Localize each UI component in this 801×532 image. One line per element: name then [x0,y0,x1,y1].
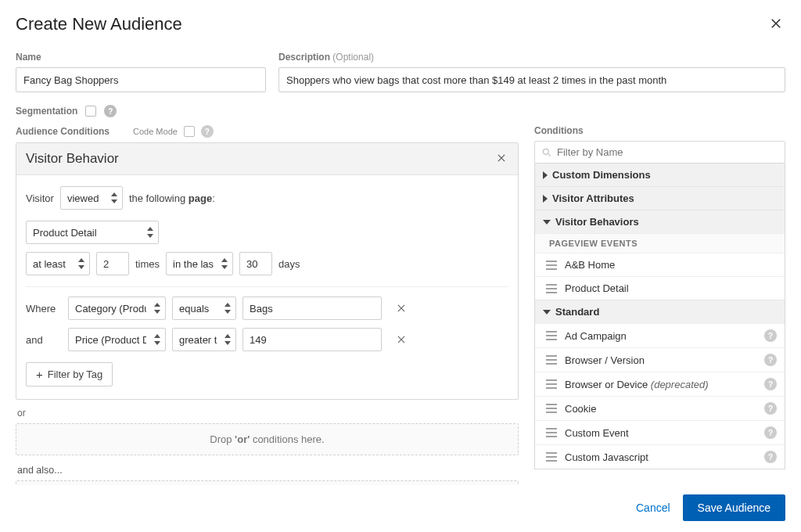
drop-or-zone[interactable]: Drop 'or' conditions here. [16,423,519,455]
modal-title: Create New Audience [16,14,182,34]
plus-icon: + [36,368,43,381]
frequency-op-select[interactable]: at least [26,252,90,275]
cond-item-ad-campaign[interactable]: Ad Campaign ? [535,323,785,347]
remove-filter-icon[interactable] [396,303,407,314]
group-standard[interactable]: Standard [535,300,785,323]
filter-op-select-1[interactable]: greater than [172,328,236,351]
help-icon[interactable]: ? [764,426,777,439]
search-icon [541,147,552,158]
filter-by-tag-button[interactable]: + Filter by Tag [26,362,113,386]
name-input[interactable] [16,67,266,92]
save-audience-button[interactable]: Save Audience [683,494,785,521]
cond-item-custom-event[interactable]: Custom Event ? [535,420,785,444]
cond-item-browser-version[interactable]: Browser / Version ? [535,347,785,372]
drag-handle-icon [546,452,557,462]
cond-item-browser-or-device[interactable]: Browser or Device (deprecated) ? [535,372,785,396]
drag-handle-icon [546,261,557,270]
days-text: days [278,258,300,270]
help-icon[interactable]: ? [764,402,777,415]
chevron-down-icon [543,220,551,225]
sort-icon [147,227,153,238]
chevron-right-icon [543,195,548,203]
filter-attr-select-0[interactable]: Category (Product Detail) [68,297,166,320]
and-also-label: and also... [17,465,517,476]
visitor-action-select[interactable]: viewed [60,186,123,210]
filter-value-input-0[interactable] [242,297,382,320]
cond-item-custom-javascript[interactable]: Custom Javascript ? [535,444,785,469]
sort-icon [154,303,160,314]
cond-item-ab-home[interactable]: A&B Home [535,253,785,276]
recency-num-input[interactable] [239,252,272,275]
sort-icon [154,334,160,345]
audience-conditions-label: Audience Conditions [16,126,110,137]
cond-item-product-detail[interactable]: Product Detail [535,276,785,300]
help-icon[interactable]: ? [764,354,777,366]
help-icon[interactable]: ? [201,125,214,138]
description-optional: (Optional) [332,52,374,63]
drag-handle-icon [546,355,557,365]
drag-handle-icon [546,428,557,437]
page-select[interactable]: Product Detail [26,221,159,244]
filter-op-select-0[interactable]: equals [172,297,236,320]
filter-attr-select-1[interactable]: Price (Product Detail) [68,328,166,351]
sort-icon [221,258,228,269]
description-input[interactable] [278,67,785,92]
help-icon[interactable]: ? [764,329,777,342]
code-mode-label: Code Mode [133,127,178,136]
visitor-text: Visitor [26,192,54,204]
recency-op-select[interactable]: in the last [166,252,233,275]
group-visitor-behaviors[interactable]: Visitor Behaviors [535,210,785,233]
drag-handle-icon [546,379,557,389]
sort-icon [224,334,231,345]
pageview-events-header: PAGEVIEW EVENTS [535,233,785,253]
and-label: and [26,334,62,346]
chevron-down-icon [543,310,551,315]
description-label: Description [278,52,330,63]
help-icon[interactable]: ? [764,378,777,390]
svg-point-0 [543,149,548,154]
drag-handle-icon [546,284,557,293]
code-mode-checkbox[interactable] [184,126,195,137]
sort-icon [224,303,231,314]
chevron-right-icon [543,171,548,179]
times-text: times [135,258,160,270]
help-icon[interactable]: ? [104,105,117,117]
segmentation-label: Segmentation [16,106,77,117]
cond-item-cookie[interactable]: Cookie ? [535,396,785,420]
name-label: Name [16,52,266,63]
close-icon[interactable] [496,153,508,165]
where-label: Where [26,303,62,315]
help-icon[interactable]: ? [764,451,777,463]
cancel-button[interactable]: Cancel [636,494,670,521]
filter-value-input-1[interactable] [242,328,382,351]
group-custom-dimensions[interactable]: Custom Dimensions [535,164,785,186]
group-visitor-attributes[interactable]: Visitor Attributes [535,186,785,210]
drag-handle-icon [546,331,557,340]
remove-filter-icon[interactable] [396,334,407,345]
close-icon[interactable] [767,14,785,33]
or-separator: or [17,408,517,419]
sort-icon [111,192,117,203]
segmentation-checkbox[interactable] [85,106,96,117]
conditions-filter-input[interactable] [557,146,778,158]
drag-handle-icon [546,404,557,413]
frequency-num-input[interactable] [96,252,129,275]
sort-icon [78,258,84,269]
card-title: Visitor Behavior [26,151,119,167]
conditions-title: Conditions [534,125,785,136]
